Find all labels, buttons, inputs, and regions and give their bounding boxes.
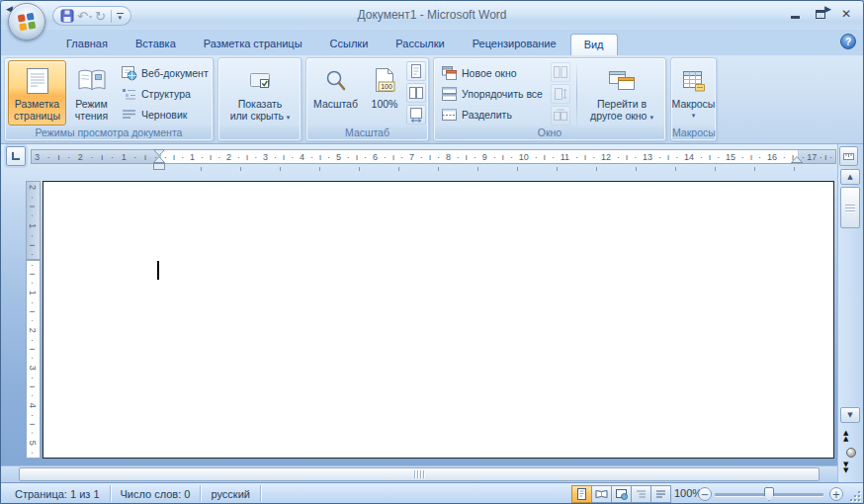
- ruler-text-area-segment[interactable]: ·ı·1·ı·2·ı·3·ı·4·ı·5·ı·6·ı·7·ı·8·ı·9·ı·1…: [160, 150, 799, 163]
- page-width-button[interactable]: [406, 105, 426, 125]
- synchronous-scrolling-button[interactable]: [551, 84, 570, 104]
- group-macros: Макросы ▾ Макросы: [670, 57, 717, 141]
- ruler-left-margin-segment[interactable]: 3·ı·2·ı·1·ı·: [32, 150, 160, 163]
- tab-mailings[interactable]: Рассылки: [382, 33, 458, 55]
- macros-icon: [681, 64, 707, 98]
- ruler-toggle-button[interactable]: [839, 146, 858, 166]
- draft-view-label: Черновик: [141, 109, 187, 121]
- status-draft-button[interactable]: [650, 485, 671, 503]
- vertical-ruler-text-area: ·ı·1·ı·2·ı·3·ı·4·ı·5·: [26, 260, 41, 459]
- show-hide-button[interactable]: Показать или скрыть ▾: [223, 60, 297, 126]
- status-draft-icon: [654, 488, 667, 500]
- status-outline-button[interactable]: [631, 485, 651, 503]
- switch-windows-button[interactable]: Перейти в другое окно ▾: [582, 60, 661, 126]
- reset-window-position-button[interactable]: [551, 106, 570, 126]
- macros-button[interactable]: Макросы ▾: [672, 60, 715, 126]
- tab-view[interactable]: Вид: [570, 34, 618, 55]
- split-button[interactable]: Разделить: [438, 104, 546, 125]
- tab-stop-selector-button[interactable]: [6, 146, 26, 166]
- outline-view-icon: [121, 86, 137, 102]
- scroll-right-button[interactable]: ▶: [824, 4, 831, 14]
- zoom-in-button[interactable]: +: [829, 487, 843, 501]
- reading-mode-icon: [77, 64, 107, 98]
- group-zoom: Масштаб 100 100%: [305, 57, 429, 141]
- ruler-right-margin-segment[interactable]: ·17·ı·: [799, 150, 835, 163]
- page-number-status[interactable]: Страница: 1 из 1: [5, 483, 110, 504]
- tab-page-layout[interactable]: Разметка страницы: [190, 33, 316, 55]
- status-print-layout-icon: [575, 488, 588, 500]
- window-group-separator: [576, 64, 577, 126]
- status-bar: Страница: 1 из 1 Число слов: 0 русский: [1, 482, 863, 504]
- status-web-layout-icon: [615, 488, 628, 500]
- zoom-100-icon: 100: [372, 64, 397, 98]
- first-line-indent-marker: [154, 150, 165, 156]
- page-width-icon: [408, 107, 424, 123]
- window-title: Документ1 - Microsoft Word: [1, 8, 863, 22]
- scroll-up-icon: ▲: [847, 173, 852, 181]
- status-print-layout-button[interactable]: [571, 485, 592, 503]
- ribbon-tab-row: Главная Вставка Разметка страницы Ссылки…: [1, 30, 863, 55]
- view-side-by-side-icon: [553, 64, 568, 80]
- show-hide-dropdown-icon: ▾: [287, 114, 291, 122]
- status-web-layout-button[interactable]: [611, 485, 632, 503]
- tab-references[interactable]: Ссылки: [316, 33, 383, 55]
- one-page-button[interactable]: [406, 61, 426, 81]
- reset-window-position-icon: [553, 108, 568, 124]
- minus-icon: −: [701, 489, 709, 500]
- close-button[interactable]: ✕: [841, 8, 851, 20]
- previous-page-button[interactable]: ▲ ▲: [843, 430, 848, 442]
- view-side-by-side-button[interactable]: [551, 62, 570, 82]
- new-window-button[interactable]: Новое окно: [438, 62, 546, 83]
- zoom-100-button[interactable]: 100 100%: [364, 60, 405, 126]
- resize-grip[interactable]: [846, 487, 860, 501]
- status-reading-button[interactable]: [591, 485, 612, 503]
- tab-home[interactable]: Главная: [52, 33, 122, 55]
- arrange-all-label: Упорядочить все: [462, 88, 543, 100]
- web-layout-button[interactable]: Веб-документ: [118, 62, 212, 83]
- draft-view-icon: [121, 107, 137, 123]
- left-tab-stop-icon: [12, 152, 20, 160]
- web-layout-label: Веб-документ: [141, 67, 209, 79]
- one-page-icon: [409, 63, 423, 79]
- group-label-window: Окно: [435, 126, 664, 139]
- word-count-status[interactable]: Число слов: 0: [111, 483, 201, 504]
- document-page[interactable]: [43, 181, 834, 459]
- zoom-button-label: Масштаб: [313, 98, 358, 110]
- outline-view-button[interactable]: Структура: [118, 83, 212, 104]
- office-button[interactable]: [8, 3, 45, 41]
- zoom-button[interactable]: Масштаб: [308, 60, 363, 126]
- right-indent-marker[interactable]: [790, 155, 804, 164]
- scroll-down-icon: ▼: [847, 411, 852, 419]
- scroll-thumb-grip: [845, 205, 855, 211]
- zoom-out-button[interactable]: −: [698, 487, 712, 501]
- group-window: Новое окно Упорядочить все: [433, 57, 666, 141]
- two-pages-button[interactable]: [406, 83, 426, 103]
- tab-insert[interactable]: Вставка: [122, 33, 190, 55]
- print-layout-button[interactable]: Разметка страницы: [8, 60, 66, 126]
- show-hide-label-2: или скрыть ▾: [230, 110, 291, 124]
- split-label: Разделить: [462, 109, 512, 121]
- reading-mode-button[interactable]: Режим чтения: [67, 60, 116, 126]
- horizontal-scroll-thumb[interactable]: [19, 467, 820, 481]
- next-page-button[interactable]: ▼ ▼: [843, 462, 848, 473]
- office-logo-icon: [16, 11, 38, 33]
- arrange-all-button[interactable]: Упорядочить все: [438, 83, 546, 104]
- zoom-slider-thumb[interactable]: [764, 487, 774, 501]
- minimize-button[interactable]: [791, 8, 800, 20]
- help-button[interactable]: ?: [840, 34, 856, 49]
- new-window-icon: [441, 65, 458, 81]
- magnifier-icon: [323, 64, 349, 98]
- draft-view-button[interactable]: Черновик: [118, 104, 212, 125]
- svg-text:100: 100: [381, 83, 392, 90]
- status-reading-icon: [595, 488, 608, 500]
- scroll-down-button[interactable]: ▼: [840, 407, 860, 423]
- synchronous-scrolling-icon: [553, 86, 568, 102]
- select-browse-object-button[interactable]: [846, 448, 856, 458]
- minimize-icon: [791, 16, 800, 19]
- scroll-up-button[interactable]: ▲: [840, 169, 860, 185]
- tab-review[interactable]: Рецензирование: [459, 33, 570, 55]
- vertical-scroll-thumb[interactable]: [840, 187, 860, 228]
- status-outline-icon: [635, 488, 648, 500]
- show-hide-icon: [248, 64, 272, 98]
- language-status[interactable]: русский: [201, 483, 259, 504]
